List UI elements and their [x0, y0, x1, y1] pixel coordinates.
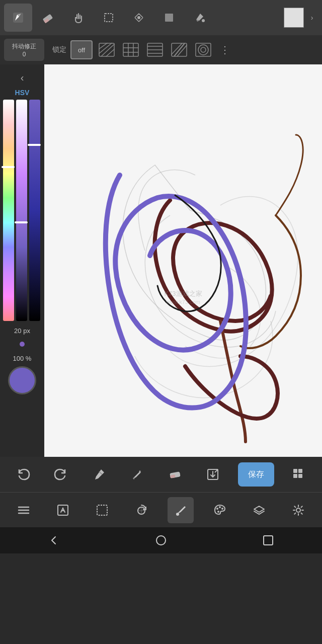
svg-rect-5 — [165, 14, 173, 22]
opacity-label: 100 % — [13, 355, 32, 362]
svg-rect-41 — [298, 474, 302, 478]
undo-button[interactable] — [10, 461, 36, 488]
hand-tool[interactable] — [64, 4, 93, 32]
save-label: 保存 — [248, 469, 264, 480]
home-nav-button[interactable] — [146, 530, 176, 550]
stabilizer-label: 抖动修正 — [12, 42, 36, 51]
layers-button[interactable] — [246, 497, 272, 523]
save-button[interactable]: 保存 — [238, 462, 274, 487]
svg-rect-40 — [293, 474, 297, 478]
svg-point-50 — [216, 508, 218, 510]
rotate-button[interactable] — [128, 497, 154, 523]
svg-point-4 — [137, 16, 140, 19]
current-color-circle[interactable] — [8, 366, 36, 394]
slant-pattern-btn[interactable] — [169, 40, 189, 59]
svg-rect-12 — [123, 43, 138, 56]
bottom-toolbar-2 — [0, 492, 322, 527]
svg-point-51 — [219, 506, 221, 508]
menu-button[interactable] — [11, 497, 37, 523]
expand-toolbar-btn[interactable]: › — [306, 4, 318, 32]
svg-rect-47 — [97, 505, 107, 515]
horizontal-pattern-btn[interactable] — [145, 40, 165, 59]
stabilizer-button[interactable]: 抖动修正 0 — [4, 39, 44, 61]
svg-point-27 — [198, 45, 208, 55]
edit-button[interactable] — [50, 497, 76, 523]
color-preview-top[interactable] — [284, 8, 304, 28]
svg-line-11 — [106, 49, 115, 57]
svg-point-6 — [202, 19, 205, 22]
fill-tool[interactable] — [185, 4, 213, 32]
svg-rect-56 — [264, 536, 273, 545]
main-area: ‹ HSV 20 px 100 % — [0, 64, 322, 457]
saturation-slider[interactable] — [16, 100, 27, 321]
grid-button[interactable] — [286, 461, 312, 488]
redo-button[interactable] — [48, 461, 74, 488]
radial-pattern-btn[interactable] — [193, 40, 213, 59]
settings-button[interactable] — [285, 497, 311, 523]
svg-rect-39 — [298, 469, 302, 473]
hue-slider[interactable] — [3, 100, 14, 321]
svg-point-54 — [296, 508, 300, 512]
rect-select-tool[interactable] — [95, 4, 123, 32]
svg-point-53 — [217, 511, 219, 513]
lock-off-button[interactable]: off — [70, 40, 93, 59]
color-mode-label[interactable]: HSV — [15, 89, 30, 97]
svg-rect-3 — [105, 14, 113, 22]
export-button[interactable] — [200, 461, 226, 488]
nav-bar — [0, 527, 322, 553]
diagonal-pattern-btn[interactable] — [97, 40, 117, 59]
eyedropper-button[interactable] — [86, 461, 112, 488]
svg-text:K73游戏之家: K73游戏之家 — [164, 290, 202, 297]
svg-text:www.k73.com: www.k73.com — [166, 299, 200, 305]
color-sliders[interactable] — [3, 100, 41, 321]
select-button[interactable] — [89, 497, 115, 523]
svg-line-10 — [99, 43, 108, 49]
transform-tool[interactable] — [125, 4, 153, 32]
svg-rect-7 — [99, 43, 114, 56]
svg-point-26 — [201, 47, 206, 52]
stabilizer-bar: 抖动修正 0 锁定 off — [0, 35, 322, 64]
back-nav-button[interactable] — [39, 530, 69, 550]
svg-point-49 — [176, 513, 179, 516]
svg-point-55 — [156, 536, 166, 545]
left-panel: ‹ HSV 20 px 100 % — [0, 64, 44, 457]
svg-rect-28 — [44, 64, 322, 457]
eraser-bottom-button[interactable] — [162, 461, 188, 488]
svg-rect-38 — [293, 469, 297, 473]
pen-tool[interactable] — [4, 4, 32, 32]
stabilizer-value: 0 — [23, 51, 26, 58]
rect-fill-tool[interactable] — [155, 4, 183, 32]
canvas-area[interactable]: K73游戏之家 www.k73.com — [44, 64, 322, 457]
svg-point-52 — [221, 508, 223, 510]
lock-label: 锁定 — [52, 45, 66, 54]
size-slider[interactable] — [7, 337, 37, 352]
eraser-tool[interactable] — [34, 4, 62, 32]
recent-nav-button[interactable] — [253, 530, 283, 550]
collapse-panel-btn[interactable]: ‹ — [13, 68, 31, 87]
brush-button[interactable] — [168, 497, 194, 523]
size-label: 20 px — [14, 327, 30, 335]
grid-pattern-btn[interactable] — [121, 40, 141, 59]
palette-button[interactable] — [207, 497, 233, 523]
top-toolbar: › — [0, 0, 322, 35]
bottom-toolbar-1: 保存 — [0, 457, 322, 492]
lock-off-label: off — [78, 46, 85, 54]
drawing-svg[interactable]: K73游戏之家 www.k73.com — [44, 64, 322, 457]
brightness-slider[interactable] — [29, 100, 40, 321]
more-options-btn[interactable]: ⋮ — [217, 40, 232, 59]
pencil-button[interactable] — [124, 461, 150, 488]
